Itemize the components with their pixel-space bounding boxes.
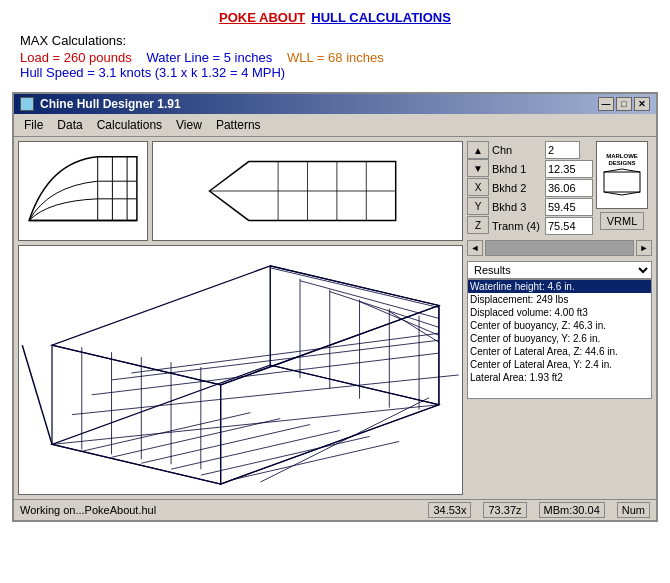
hull-speed-value: Hull Speed = 3.1 knots (3.1 x k 1.32 = 4…	[20, 65, 285, 80]
chm-row: ▲ ▼	[467, 141, 489, 177]
bkhd3-label: Bkhd 3	[492, 201, 542, 213]
result-waterline[interactable]: Waterline height: 4.6 in.	[468, 280, 651, 293]
window-title: Chine Hull Designer 1.91	[40, 97, 181, 111]
top-header: POKE ABOUT HULL CALCULATIONS MAX Calcula…	[0, 0, 670, 86]
status-bar: Working on...PokeAbout.hul 34.53x 73.37z…	[14, 499, 656, 520]
chm-up-button[interactable]: ▲	[467, 141, 489, 159]
title-buttons: — □ ✕	[598, 97, 650, 111]
top-viewports	[18, 141, 463, 241]
scroll-left-button[interactable]: ◄	[467, 240, 483, 256]
horizontal-scrollbar: ◄ ►	[467, 240, 652, 256]
chm-label: Chn	[492, 144, 542, 156]
menu-data[interactable]: Data	[51, 116, 88, 134]
calc-line: Load = 260 pounds Water Line = 5 inches …	[20, 50, 650, 80]
hull-3d-viewport	[18, 245, 463, 495]
result-displacement[interactable]: Displacement: 249 lbs	[468, 293, 651, 306]
y-button[interactable]: Y	[467, 197, 489, 215]
menu-patterns[interactable]: Patterns	[210, 116, 267, 134]
bkhd3-row: Bkhd 3	[492, 198, 593, 216]
xyz-controls: ▲ ▼ X Y Z	[467, 141, 489, 235]
hull-calc-link[interactable]: HULL CALCULATIONS	[311, 10, 451, 25]
tranm-row: Tranm (4)	[492, 217, 593, 235]
logo-vrml-area: MARLOWE DESIGNS VRML	[596, 141, 648, 235]
top-controls-area: ▲ ▼ X Y Z Chn	[467, 141, 652, 235]
hull-3d-svg	[19, 246, 462, 494]
chm-input[interactable]	[545, 141, 580, 159]
status-x: 34.53x	[428, 502, 471, 518]
result-lat-area[interactable]: Lateral Area: 1.93 ft2	[468, 371, 651, 384]
result-cla-y[interactable]: Center of Lateral Area, Y: 2.4 in.	[468, 358, 651, 371]
poke-about-link[interactable]: POKE ABOUT	[219, 10, 305, 25]
result-cob-z[interactable]: Center of buoyancy, Z: 46.3 in.	[468, 319, 651, 332]
close-button[interactable]: ✕	[634, 97, 650, 111]
status-filename: Working on...PokeAbout.hul	[20, 504, 428, 516]
result-cla-z[interactable]: Center of Lateral Area, Z: 44.6 in.	[468, 345, 651, 358]
chm-down-button[interactable]: ▼	[467, 159, 489, 177]
results-container: Results Waterline height: 4.6 in. Displa…	[467, 261, 652, 399]
header-links: POKE ABOUT HULL CALCULATIONS	[20, 10, 650, 25]
main-content: ▲ ▼ X Y Z Chn	[14, 137, 656, 499]
top-view-svg	[153, 142, 462, 240]
status-num: Num	[617, 502, 650, 518]
logo-text: MARLOWE DESIGNS	[606, 153, 638, 166]
vrml-button[interactable]: VRML	[600, 212, 645, 230]
bkhd2-row: Bkhd 2	[492, 179, 593, 197]
menu-view[interactable]: View	[170, 116, 208, 134]
maximize-button[interactable]: □	[616, 97, 632, 111]
menu-bar: File Data Calculations View Patterns	[14, 114, 656, 137]
menu-file[interactable]: File	[18, 116, 49, 134]
scroll-track[interactable]	[485, 240, 634, 256]
page-wrapper: POKE ABOUT HULL CALCULATIONS MAX Calcula…	[0, 0, 670, 522]
wll-value: WLL = 68 inches	[287, 50, 384, 65]
right-panel: ▲ ▼ X Y Z Chn	[467, 141, 652, 495]
water-value: Water Line = 5 inches	[147, 50, 273, 65]
logo-icon	[602, 167, 642, 197]
scroll-right-button[interactable]: ►	[636, 240, 652, 256]
z-button[interactable]: Z	[467, 216, 489, 234]
bkhd1-label: Bkhd 1	[492, 163, 542, 175]
bkhd1-row: Bkhd 1	[492, 160, 593, 178]
tranm-label: Tranm (4)	[492, 220, 542, 232]
max-calc-label: MAX Calculations:	[20, 33, 650, 48]
top-viewport	[152, 141, 463, 241]
tranm-input[interactable]	[545, 217, 593, 235]
bkhd1-input[interactable]	[545, 160, 593, 178]
result-cob-y[interactable]: Center of buoyancy, Y: 2.6 in.	[468, 332, 651, 345]
results-dropdown[interactable]: Results	[467, 261, 652, 279]
svg-rect-11	[22, 246, 458, 494]
bkhd2-input[interactable]	[545, 179, 593, 197]
svg-rect-46	[604, 172, 640, 192]
result-displaced-vol[interactable]: Displaced volume: 4.00 ft3	[468, 306, 651, 319]
left-panel	[18, 141, 463, 495]
load-value: Load = 260 pounds	[20, 50, 132, 65]
app-icon	[20, 97, 34, 111]
side-viewport	[18, 141, 148, 241]
bkhd3-input[interactable]	[545, 198, 593, 216]
bkhd2-label: Bkhd 2	[492, 182, 542, 194]
status-mbm: MBm:30.04	[539, 502, 605, 518]
application-window: Chine Hull Designer 1.91 — □ ✕ File Data…	[12, 92, 658, 522]
results-list[interactable]: Waterline height: 4.6 in. Displacement: …	[467, 279, 652, 399]
chm-label-row: Chn	[492, 141, 593, 159]
x-button[interactable]: X	[467, 178, 489, 196]
minimize-button[interactable]: —	[598, 97, 614, 111]
title-bar: Chine Hull Designer 1.91 — □ ✕	[14, 94, 656, 114]
menu-calculations[interactable]: Calculations	[91, 116, 168, 134]
status-y: 73.37z	[483, 502, 526, 518]
side-view-svg	[19, 142, 147, 240]
logo: MARLOWE DESIGNS	[596, 141, 648, 209]
status-coords: 34.53x 73.37z MBm:30.04 Num	[428, 502, 650, 518]
bulkhead-rows: Chn Bkhd 1 Bkhd 2 Bkhd 3	[492, 141, 593, 235]
title-bar-left: Chine Hull Designer 1.91	[20, 97, 181, 111]
